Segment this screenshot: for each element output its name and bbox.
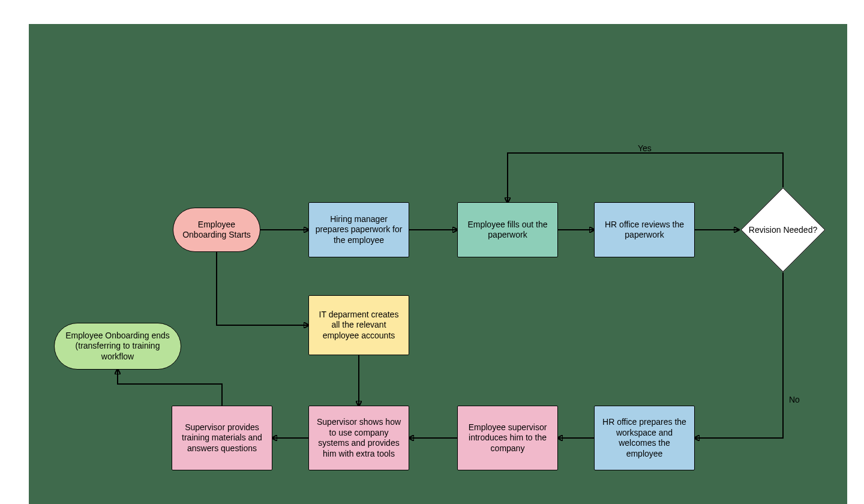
node-supervisor-systems: Supervisor shows how to use company syst… — [308, 406, 409, 470]
node-end-label: Employee Onboarding ends (transferring t… — [61, 331, 175, 362]
node-hr-reviews-label: HR office reviews the paperwork — [601, 220, 688, 241]
node-hr-workspace-label: HR office prepares the workspace and wel… — [601, 417, 688, 459]
node-hiring-manager: Hiring manager prepares paperwork for th… — [308, 202, 409, 257]
edge-label-yes: Yes — [637, 143, 653, 153]
node-hr-workspace: HR office prepares the workspace and wel… — [594, 406, 695, 470]
node-end: Employee Onboarding ends (transferring t… — [54, 323, 181, 370]
node-start-label: Employee Onboarding Starts — [179, 220, 254, 241]
node-supervisor-intro-label: Employee supervisor introduces him to th… — [464, 422, 551, 454]
node-supervisor-training-label: Supervisor provides training materials a… — [178, 422, 266, 454]
node-it-department-label: IT deparment creates all the relevant em… — [315, 310, 403, 341]
node-employee-fills-label: Employee fills out the paperwork — [464, 220, 551, 241]
node-start: Employee Onboarding Starts — [173, 208, 260, 252]
node-hiring-manager-label: Hiring manager prepares paperwork for th… — [315, 214, 403, 246]
node-supervisor-training: Supervisor provides training materials a… — [172, 406, 272, 470]
edge-label-no: No — [788, 395, 801, 404]
node-hr-reviews: HR office reviews the paperwork — [594, 202, 695, 257]
arrows-layer — [29, 24, 847, 504]
node-it-department: IT deparment creates all the relevant em… — [308, 295, 409, 355]
node-revision-decision — [740, 187, 825, 272]
diagram-canvas: Employee Onboarding Starts Hiring manage… — [29, 24, 847, 504]
node-supervisor-intro: Employee supervisor introduces him to th… — [457, 406, 558, 470]
node-employee-fills: Employee fills out the paperwork — [457, 202, 558, 257]
node-supervisor-systems-label: Supervisor shows how to use company syst… — [315, 417, 403, 459]
